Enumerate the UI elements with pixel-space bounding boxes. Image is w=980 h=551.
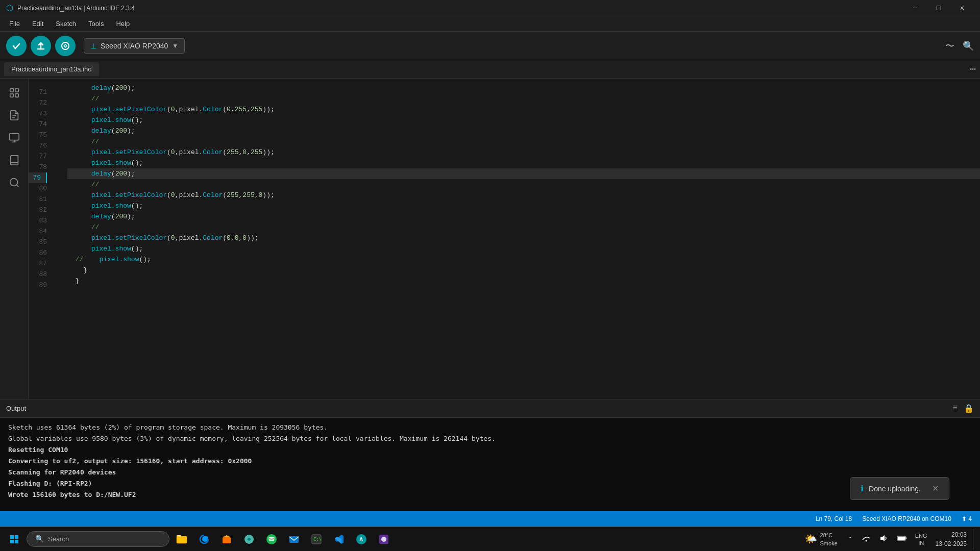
output-list-icon[interactable]: ≡ <box>952 404 958 414</box>
output-header: Output ≡ 🔒 <box>0 399 980 418</box>
start-button[interactable] <box>4 529 24 549</box>
code-line-73: pixel.setPixelColor(0,pixel.Color(0,255,… <box>67 104 980 115</box>
output-title: Output <box>6 405 26 412</box>
svg-rect-16 <box>10 540 14 543</box>
svg-rect-3 <box>10 89 13 92</box>
toolbar-right: 〜 🔍 <box>945 40 974 52</box>
svg-rect-35 <box>905 537 906 539</box>
tray-battery-icon[interactable] <box>894 533 910 545</box>
tray-volume-icon[interactable] <box>876 532 891 546</box>
output-line-1: Sketch uses 61364 bytes (2%) of program … <box>8 422 972 433</box>
toast-info-icon: ℹ <box>861 484 864 493</box>
show-desktop-button[interactable] <box>973 529 976 549</box>
code-line-83: delay(200); <box>67 211 980 222</box>
code-line-80: // <box>67 179 980 190</box>
svg-point-31 <box>865 540 867 542</box>
board-selector[interactable]: ⊥ Seeed XIAO RP2040 ▼ <box>84 38 185 54</box>
sidebar <box>0 79 29 399</box>
taskbar: 🔍 Search <box>0 527 980 551</box>
taskbar-app-vscode[interactable] <box>329 529 349 549</box>
toolbar: ⊥ Seeed XIAO RP2040 ▼ 〜 🔍 <box>0 32 980 60</box>
taskbar-app-arduino[interactable]: A <box>351 529 372 549</box>
cursor-position: Ln 79, Col 18 <box>816 515 852 522</box>
output-line-6: Flashing D: (RPI-RP2) <box>8 478 972 489</box>
svg-point-30 <box>381 537 386 542</box>
output-panel: Output ≡ 🔒 Sketch uses 61364 bytes (2%) … <box>0 399 980 527</box>
output-line-2: Global variables use 9580 bytes (3%) of … <box>8 433 972 444</box>
taskbar-app-edge[interactable] <box>194 529 214 549</box>
svg-marker-32 <box>880 535 885 541</box>
taskbar-right: 🌤️ 28°C Smoke ⌃ <box>800 529 976 549</box>
close-button[interactable]: ✕ <box>950 0 974 16</box>
sidebar-board-manager-icon[interactable] <box>4 128 24 148</box>
upload-button[interactable] <box>31 36 51 56</box>
taskbar-app-explorer[interactable] <box>172 529 192 549</box>
code-line-89: } <box>67 276 980 286</box>
file-tab[interactable]: Practiceaurdino_jan13a.ino <box>4 62 99 76</box>
taskbar-app-spotify[interactable] <box>261 529 282 549</box>
sidebar-files-icon[interactable] <box>4 83 24 103</box>
language-indicator[interactable]: ENG IN <box>913 531 929 547</box>
code-line-71: delay(200); <box>67 83 980 93</box>
code-line-74: pixel.show(); <box>67 115 980 126</box>
weather-icon: 🌤️ <box>804 533 817 545</box>
taskbar-app-mail[interactable] <box>284 529 304 549</box>
taskbar-app-extra[interactable] <box>374 529 394 549</box>
tray-chevron-icon[interactable]: ⌃ <box>845 534 856 545</box>
svg-line-13 <box>16 185 18 187</box>
maximize-button[interactable]: □ <box>927 0 950 16</box>
sidebar-library-icon[interactable] <box>4 150 24 170</box>
code-line-78: pixel.show(); <box>67 158 980 168</box>
board-name: Seeed XIAO RP2040 <box>101 42 168 50</box>
menu-sketch[interactable]: Sketch <box>51 18 81 30</box>
code-line-81: pixel.setPixelColor(0,pixel.Color(255,25… <box>67 190 980 201</box>
code-line-85: pixel.setPixelColor(0,pixel.Color(0,0,0)… <box>67 233 980 243</box>
dropdown-arrow-icon: ▼ <box>172 42 178 49</box>
debug-button[interactable] <box>55 36 76 56</box>
line-numbers: 7172737475 7677787980 8182838485 8687888… <box>29 79 59 399</box>
clock-time: 20:03 <box>936 530 967 539</box>
output-lock-icon[interactable]: 🔒 <box>964 404 974 414</box>
tray-network-icon[interactable] <box>859 532 873 546</box>
verify-button[interactable] <box>6 36 27 56</box>
upload-count-status: ⬆ 4 <box>962 515 972 522</box>
svg-rect-4 <box>15 89 18 92</box>
serial-monitor-icon[interactable]: 🔍 <box>963 40 974 52</box>
status-bar: Ln 79, Col 18 Seeed XIAO RP2040 on COM10… <box>0 511 980 527</box>
taskbar-clock[interactable]: 20:03 13-02-2025 <box>933 529 970 549</box>
code-editor[interactable]: 7172737475 7677787980 8182838485 8687888… <box>29 79 980 399</box>
taskbar-app-pkg1[interactable] <box>216 529 237 549</box>
serial-plotter-icon[interactable]: 〜 <box>945 40 954 52</box>
taskbar-search[interactable]: 🔍 Search <box>27 531 169 547</box>
svg-rect-6 <box>15 94 18 97</box>
more-tabs-button[interactable]: ⋯ <box>970 63 976 76</box>
menu-tools[interactable]: Tools <box>83 18 109 30</box>
toast-close-button[interactable]: ✕ <box>932 484 939 493</box>
code-line-87: // pixel.show(); <box>67 254 980 265</box>
output-body: Sketch uses 61364 bytes (2%) of program … <box>0 418 980 527</box>
taskbar-search-text: Search <box>48 535 69 543</box>
code-line-76: // <box>67 136 980 147</box>
menu-help[interactable]: Help <box>111 18 135 30</box>
output-line-3: Resetting COM10 <box>8 444 972 456</box>
svg-rect-5 <box>10 94 13 97</box>
toast-text: Done uploading. <box>869 485 921 493</box>
clock-date: 13-02-2025 <box>936 539 967 548</box>
menu-edit[interactable]: Edit <box>27 18 48 30</box>
code-lines[interactable]: delay(200); // pixel.setPixelColor(0,pix… <box>59 79 980 399</box>
output-controls: ≡ 🔒 <box>952 404 974 414</box>
svg-point-12 <box>10 179 17 186</box>
taskbar-app-pkg2[interactable] <box>239 529 259 549</box>
menu-file[interactable]: File <box>4 18 25 30</box>
code-line-79: delay(200); <box>67 168 980 179</box>
sidebar-sketch-icon[interactable] <box>4 105 24 126</box>
taskbar-app-terminal[interactable]: C:\ <box>306 529 327 549</box>
code-line-86: pixel.show(); <box>67 243 980 254</box>
svg-rect-15 <box>15 535 18 539</box>
sidebar-search-icon[interactable] <box>4 172 24 193</box>
minimize-button[interactable]: ─ <box>903 0 927 16</box>
main-area: Practiceaurdino_jan13a.ino ⋯ <box>0 60 980 527</box>
toast-notification: ℹ Done uploading. ✕ <box>850 477 949 500</box>
taskbar-weather[interactable]: 🌤️ 28°C Smoke <box>800 529 842 549</box>
svg-rect-34 <box>898 537 905 540</box>
